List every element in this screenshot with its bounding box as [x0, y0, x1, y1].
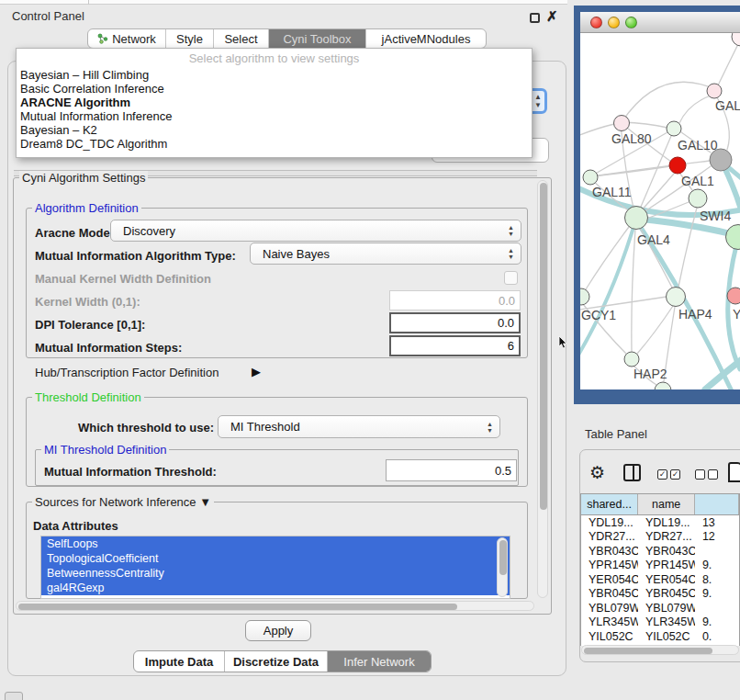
network-edge[interactable] [622, 82, 712, 122]
kernel-width-field[interactable]: 0.0 [389, 290, 521, 310]
network-edge[interactable] [705, 356, 740, 390]
table-row[interactable]: YBR045CYBR045C9. [581, 587, 739, 602]
zoom-traffic-light-icon[interactable] [625, 17, 637, 28]
close-traffic-light-icon[interactable] [590, 17, 602, 28]
settings-vertical-scrollbar[interactable] [537, 180, 548, 598]
node-gal10[interactable] [667, 121, 681, 136]
tab-label: jActiveMNodules [382, 32, 471, 46]
settings-horizontal-scrollbar[interactable] [16, 601, 534, 611]
attribute-item[interactable]: SelfLoops [41, 536, 510, 551]
node-gal80[interactable] [614, 116, 630, 131]
table-row[interactable]: YBL079WYBL079W [581, 601, 739, 615]
float-window-icon[interactable] [530, 13, 540, 23]
minimize-traffic-light-icon[interactable] [608, 17, 620, 28]
settings-gear-icon[interactable]: ⚙ [589, 462, 605, 483]
mi-steps-field[interactable]: 6 [389, 335, 521, 356]
expand-right-triangle-icon[interactable]: ▶ [252, 365, 261, 378]
network-edge[interactable] [638, 174, 674, 214]
collapse-down-triangle-icon[interactable]: ▼ [199, 495, 211, 509]
manual-kernel-width-label: Manual Kernel Width Definition [35, 272, 211, 286]
manual-kernel-width-checkbox[interactable] [504, 271, 518, 285]
network-edge[interactable] [638, 136, 671, 213]
attributes-list-scrollbar[interactable] [497, 537, 508, 597]
table-cell [695, 544, 739, 559]
node-hap2[interactable] [624, 352, 639, 367]
node-big-green[interactable] [726, 225, 740, 250]
sources-group-title: Sources for Network Inference ▼ [32, 495, 214, 509]
network-edge[interactable] [678, 208, 697, 287]
scrollbar-thumb[interactable] [584, 648, 712, 654]
select-all-checked-icon[interactable]: ✓✓ [657, 469, 680, 480]
node-gal4[interactable] [625, 207, 648, 230]
node-top-partial[interactable] [732, 33, 740, 46]
node-hap4[interactable] [667, 288, 686, 307]
tab-jactivemnodules[interactable]: jActiveMNodules [366, 29, 486, 48]
control-panel-tab-bar: NetworkStyleSelectCyni ToolboxjActiveMNo… [87, 28, 487, 49]
network-edge[interactable] [637, 306, 673, 354]
algorithm-option[interactable]: Basic Correlation Inference [17, 82, 532, 96]
scrollbar-thumb[interactable] [540, 183, 547, 510]
node-label-gcy1: GCY1 [581, 308, 616, 322]
tab-discretize-data[interactable]: Discretize Data [225, 651, 328, 672]
scrollbar-thumb[interactable] [18, 604, 457, 610]
file-icon[interactable] [728, 462, 740, 482]
aracne-mode-combobox[interactable]: Discovery ▲▼ [110, 220, 521, 242]
table-cell: YPR145W [581, 559, 638, 573]
node-gal1[interactable] [669, 157, 686, 174]
close-icon[interactable]: ✗ [546, 8, 558, 25]
network-edge[interactable] [716, 40, 740, 89]
tab-impute-data[interactable]: Impute Data [134, 651, 225, 672]
tab-network[interactable]: Network [88, 29, 166, 48]
tab-infer-network[interactable]: Infer Network [328, 651, 431, 672]
network-edge[interactable] [580, 124, 614, 138]
table-horizontal-scrollbar[interactable] [581, 645, 739, 655]
column-header[interactable] [695, 494, 739, 514]
tab-cyni-toolbox[interactable]: Cyni Toolbox [269, 29, 366, 48]
table-row[interactable]: YPR145WYPR145W9. [581, 559, 739, 573]
hub-definition-toggle-label[interactable]: Hub/Transcription Factor Definition [35, 366, 219, 379]
node-swi4[interactable] [689, 189, 707, 208]
cyni-settings-group-title: Cyni Algorithm Settings [19, 171, 148, 185]
algorithm-option[interactable]: ARACNE Algorithm [17, 96, 532, 109]
column-split-icon[interactable] [623, 464, 641, 481]
scrollbar-thumb[interactable] [499, 540, 507, 575]
algorithm-option[interactable]: Dream8 DC_TDC Algorithm [17, 137, 532, 151]
data-attributes-list: SelfLoopsTopologicalCoefficientBetweenne… [40, 536, 510, 599]
attribute-item[interactable]: TopologicalCoefficient [41, 551, 510, 566]
apply-button[interactable]: Apply [245, 620, 311, 641]
bottom-left-chip[interactable] [5, 692, 23, 700]
table-row[interactable]: YDR27...YDR27...12 [581, 530, 739, 545]
node-gal-top[interactable] [707, 84, 722, 98]
table-row[interactable]: YER054CYER054C8. [581, 572, 739, 587]
network-edge[interactable] [632, 230, 635, 351]
network-canvas[interactable]: GALGAL80GAL10GAL1GAL11SWI4GAL4GCY1HAP4YH… [580, 33, 740, 390]
network-edge[interactable] [728, 242, 740, 369]
mi-threshold-label: Mutual Information Threshold: [44, 465, 217, 479]
which-threshold-combobox[interactable]: MI Threshold ▲▼ [218, 415, 500, 438]
dpi-tolerance-field[interactable]: 0.0 [389, 312, 521, 333]
attribute-item[interactable]: gal4RGexp [41, 581, 510, 595]
table-panel-title: Table Panel [585, 427, 647, 441]
attribute-item[interactable]: BetweennessCentrality [41, 566, 510, 581]
algorithm-option[interactable]: Mutual Information Inference [17, 109, 532, 123]
algorithm-option[interactable]: Bayesian – Hill Climbing [17, 68, 532, 82]
table-row[interactable]: YIL052CYIL052C0. [581, 629, 739, 644]
node-gcy1[interactable] [580, 288, 589, 305]
table-row[interactable]: YDL19...YDL19...13 [581, 515, 739, 530]
deselect-all-icon[interactable] [695, 469, 718, 480]
node-gal11[interactable] [583, 170, 598, 185]
tab-select[interactable]: Select [214, 29, 269, 48]
column-header[interactable]: shared... [581, 494, 638, 514]
node-salmon[interactable] [727, 288, 740, 304]
network-edge[interactable] [679, 95, 713, 123]
network-window-titlebar[interactable] [580, 12, 740, 33]
algorithm-option[interactable]: Bayesian – K2 [17, 123, 532, 137]
mi-type-combobox[interactable]: Naive Bayes ▲▼ [250, 243, 521, 265]
node-bottom-partial[interactable] [655, 382, 671, 390]
table-row[interactable]: YBR043CYBR043C [581, 544, 739, 559]
network-graph[interactable]: GALGAL80GAL10GAL1GAL11SWI4GAL4GCY1HAP4YH… [580, 33, 740, 390]
column-header[interactable]: name [638, 494, 695, 514]
table-row[interactable]: YLR345WYLR345W9. [581, 615, 739, 630]
tab-style[interactable]: Style [166, 29, 214, 48]
mi-threshold-field[interactable]: 0.5 [386, 459, 517, 481]
